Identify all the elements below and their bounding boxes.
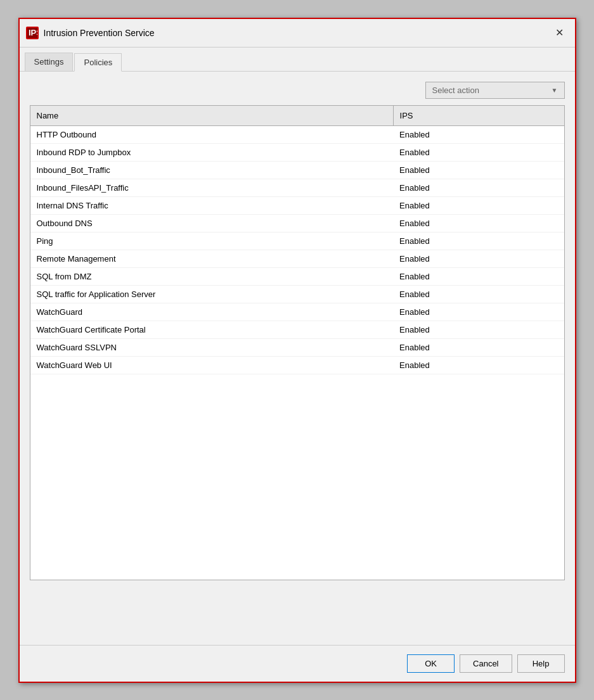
table-header-row: Name IPS	[30, 106, 564, 126]
cell-ips: Enabled	[393, 250, 564, 267]
cell-ips: Enabled	[393, 143, 564, 161]
dialog-title: Intrusion Prevention Service	[44, 28, 155, 38]
table-row[interactable]: WatchGuard Certificate PortalEnabled	[30, 321, 564, 338]
table-row[interactable]: Inbound RDP to JumpboxEnabled	[30, 143, 564, 161]
cell-ips: Enabled	[393, 321, 564, 338]
tab-policies[interactable]: Policies	[74, 53, 122, 72]
title-bar: IPS Intrusion Prevention Service ✕	[20, 19, 575, 48]
cell-name: Inbound_FilesAPI_Traffic	[30, 179, 394, 196]
cell-ips: Enabled	[393, 214, 564, 232]
cell-ips: Enabled	[393, 161, 564, 179]
tab-bar: Settings Policies	[20, 48, 575, 72]
cancel-button[interactable]: Cancel	[460, 654, 512, 673]
content-area: Select action ▼ Name IPS HTTP OutboundEn…	[20, 72, 575, 645]
tab-settings[interactable]: Settings	[25, 53, 74, 71]
cell-name: Outbound DNS	[30, 214, 394, 232]
cell-name: WatchGuard SSLVPN	[30, 338, 394, 356]
table-row[interactable]: WatchGuard Web UIEnabled	[30, 356, 564, 374]
select-action-dropdown[interactable]: Select action ▼	[425, 82, 565, 99]
cell-name: SQL from DMZ	[30, 267, 394, 285]
cell-name: WatchGuard Web UI	[30, 356, 394, 374]
cell-name: Remote Management	[30, 250, 394, 267]
cell-name: WatchGuard	[30, 303, 394, 321]
table-row[interactable]: Inbound_Bot_TrafficEnabled	[30, 161, 564, 179]
cell-ips: Enabled	[393, 232, 564, 250]
app-icon: IPS	[26, 27, 39, 39]
table-row[interactable]: SQL traffic for Application ServerEnable…	[30, 285, 564, 303]
svg-text:IPS: IPS	[29, 28, 37, 37]
table-row[interactable]: Remote ManagementEnabled	[30, 250, 564, 267]
table-row[interactable]: PingEnabled	[30, 232, 564, 250]
close-button[interactable]: ✕	[551, 24, 569, 42]
title-bar-left: IPS Intrusion Prevention Service	[26, 27, 155, 39]
cell-ips: Enabled	[393, 338, 564, 356]
table-row[interactable]: Inbound_FilesAPI_TrafficEnabled	[30, 179, 564, 196]
column-header-ips: IPS	[393, 106, 564, 126]
action-bar: Select action ▼	[30, 82, 565, 99]
table-row[interactable]: SQL from DMZEnabled	[30, 267, 564, 285]
cell-name: HTTP Outbound	[30, 125, 394, 143]
cell-ips: Enabled	[393, 196, 564, 214]
policies-table-container: Name IPS HTTP OutboundEnabledInbound RDP…	[30, 105, 565, 580]
cell-name: Ping	[30, 232, 394, 250]
select-action-label: Select action	[432, 86, 479, 95]
cell-ips: Enabled	[393, 285, 564, 303]
cell-name: SQL traffic for Application Server	[30, 285, 394, 303]
dialog-window: IPS Intrusion Prevention Service ✕ Setti…	[18, 18, 576, 683]
table-row[interactable]: Outbound DNSEnabled	[30, 214, 564, 232]
cell-name: Internal DNS Traffic	[30, 196, 394, 214]
table-body: HTTP OutboundEnabledInbound RDP to Jumpb…	[30, 125, 564, 374]
cell-ips: Enabled	[393, 125, 564, 143]
cell-name: Inbound_Bot_Traffic	[30, 161, 394, 179]
cell-ips: Enabled	[393, 303, 564, 321]
cell-ips: Enabled	[393, 267, 564, 285]
chevron-down-icon: ▼	[552, 87, 558, 94]
table-row[interactable]: HTTP OutboundEnabled	[30, 125, 564, 143]
cell-ips: Enabled	[393, 356, 564, 374]
column-header-name: Name	[30, 106, 394, 126]
cell-name: WatchGuard Certificate Portal	[30, 321, 394, 338]
table-row[interactable]: WatchGuardEnabled	[30, 303, 564, 321]
ok-button[interactable]: OK	[407, 654, 455, 673]
help-button[interactable]: Help	[517, 654, 565, 673]
table-row[interactable]: Internal DNS TrafficEnabled	[30, 196, 564, 214]
dialog-footer: OK Cancel Help	[20, 645, 575, 682]
cell-ips: Enabled	[393, 179, 564, 196]
cell-name: Inbound RDP to Jumpbox	[30, 143, 394, 161]
table-row[interactable]: WatchGuard SSLVPNEnabled	[30, 338, 564, 356]
policies-table: Name IPS HTTP OutboundEnabledInbound RDP…	[30, 106, 564, 374]
